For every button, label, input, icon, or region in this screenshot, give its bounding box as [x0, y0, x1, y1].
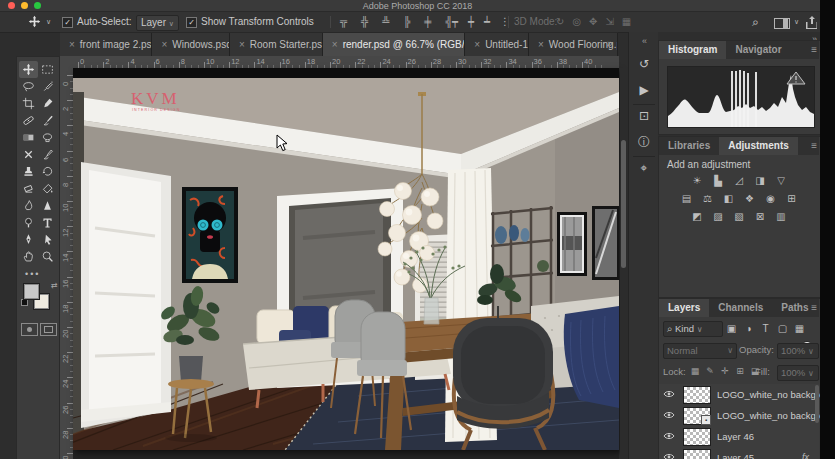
- layer-filter-kind-dropdown[interactable]: ⌕ Kind ∨: [663, 321, 723, 337]
- curves-adjustment-icon[interactable]: ◿: [732, 175, 746, 187]
- zoom-tool[interactable]: [38, 248, 57, 265]
- history-panel-icon[interactable]: ↺: [629, 52, 659, 76]
- close-tab-icon[interactable]: ×: [332, 39, 338, 50]
- shape-layer-filter-icon[interactable]: ▢: [776, 322, 789, 335]
- layer-name[interactable]: Layer 46: [717, 431, 754, 442]
- slice-tool[interactable]: [19, 146, 38, 163]
- layer-thumbnail[interactable]: ▪: [683, 407, 711, 425]
- layer-thumbnail[interactable]: [683, 428, 711, 446]
- default-colors-icon[interactable]: [21, 299, 28, 306]
- hand-tool[interactable]: [19, 248, 38, 265]
- spot-healing-brush-tool[interactable]: [19, 112, 38, 129]
- tab-histogram[interactable]: Histogram: [659, 41, 726, 59]
- screen-mode-button[interactable]: [40, 323, 57, 336]
- document-canvas[interactable]: KVM INTERIOR DESIGN: [73, 68, 619, 450]
- layer-list-scrollbar[interactable]: [815, 385, 819, 423]
- move-tool[interactable]: [19, 61, 38, 78]
- brightness-contrast-adjustment-icon[interactable]: ☀: [690, 175, 704, 187]
- chevron-down-icon[interactable]: ∨: [794, 15, 799, 29]
- invert-adjustment-icon[interactable]: ◩: [690, 211, 704, 223]
- rectangular-marquee-tool[interactable]: [38, 61, 57, 78]
- panel-menu-icon[interactable]: ≡: [811, 302, 817, 313]
- blend-mode-dropdown[interactable]: Normal ∨: [663, 343, 737, 359]
- panel-menu-icon[interactable]: ≡: [811, 140, 817, 151]
- layer-visibility-eye-icon[interactable]: [663, 410, 675, 420]
- color-balance-adjustment-icon[interactable]: ⚖: [701, 193, 715, 205]
- layer-row-1[interactable]: ▪LOGO_white_no backgroun...: [659, 405, 819, 427]
- layer-visibility-eye-icon[interactable]: [663, 452, 675, 459]
- layer-fx-badge[interactable]: fx: [802, 452, 809, 459]
- quick-selection-tool[interactable]: [38, 78, 57, 95]
- sharpen-tool[interactable]: [38, 197, 57, 214]
- selective-color-adjustment-icon[interactable]: ⊠: [753, 211, 767, 223]
- layer-name[interactable]: Layer 45: [717, 452, 754, 459]
- layer-name[interactable]: LOGO_white_no backgroun...: [717, 410, 822, 421]
- document-tab-0[interactable]: ×front image 2.psd: [60, 33, 152, 56]
- document-tab-5[interactable]: ×Wood Flooring.p: [529, 33, 618, 56]
- actions-panel-icon[interactable]: ▶: [629, 78, 659, 102]
- swap-colors-icon[interactable]: ⇄: [51, 281, 58, 290]
- color-lookup-adjustment-icon[interactable]: ⊞: [785, 193, 799, 205]
- lock-artboard-icon[interactable]: ⊞: [734, 365, 746, 377]
- close-tab-icon[interactable]: ×: [161, 39, 167, 50]
- layer-visibility-eye-icon[interactable]: [663, 431, 675, 441]
- clone-source-panel-icon[interactable]: ⌖: [629, 156, 659, 180]
- layer-row-2[interactable]: Layer 46: [659, 426, 819, 448]
- black-white-adjustment-icon[interactable]: ◧: [722, 193, 736, 205]
- tab-libraries[interactable]: Libraries: [659, 137, 719, 155]
- hue-saturation-adjustment-icon[interactable]: ▤: [680, 193, 694, 205]
- layer-thumbnail[interactable]: [683, 449, 711, 459]
- gradient-tool[interactable]: [19, 129, 38, 146]
- tab-navigator[interactable]: Navigator: [726, 41, 790, 59]
- levels-adjustment-icon[interactable]: ▙: [711, 175, 725, 187]
- type-tool[interactable]: [38, 214, 57, 231]
- eyedropper-tool[interactable]: [38, 95, 57, 112]
- type-layer-filter-icon[interactable]: T: [759, 322, 772, 335]
- search-icon[interactable]: ⌕: [752, 15, 759, 29]
- path-selection-tool[interactable]: [38, 231, 57, 248]
- lasso-tool[interactable]: [19, 78, 38, 95]
- document-tab-1[interactable]: ×Windows.psd: [152, 33, 230, 56]
- close-tab-icon[interactable]: ×: [239, 39, 245, 50]
- vibrance-adjustment-icon[interactable]: ▽: [774, 175, 788, 187]
- layer-row-0[interactable]: LOGO_white_no backgroun...: [659, 384, 819, 406]
- quick-mask-button[interactable]: [21, 323, 38, 336]
- lock-pixels-icon[interactable]: ✎: [704, 365, 716, 377]
- crop-tool[interactable]: [19, 95, 38, 112]
- tab-channels[interactable]: Channels: [709, 299, 772, 317]
- photo-filter-adjustment-icon[interactable]: ❖: [743, 193, 757, 205]
- clone-stamp-tool[interactable]: [19, 163, 38, 180]
- more-tools-button[interactable]: •••: [25, 269, 40, 279]
- show-transform-checkbox[interactable]: ✓: [186, 17, 197, 28]
- posterize-adjustment-icon[interactable]: ▨: [711, 211, 725, 223]
- channel-mixer-adjustment-icon[interactable]: ◉: [764, 193, 778, 205]
- collapse-strip-icon[interactable]: «: [629, 36, 659, 46]
- smudge-tool[interactable]: [19, 197, 38, 214]
- move-tool-icon[interactable]: [28, 15, 41, 29]
- brush-tool[interactable]: [38, 112, 57, 129]
- auto-select-checkbox[interactable]: ✓: [62, 17, 73, 28]
- document-tab-4[interactable]: ×Untitled-1: [465, 33, 529, 56]
- panel-menu-icon[interactable]: ≡: [811, 44, 817, 55]
- pixel-layer-filter-icon[interactable]: ▣: [725, 322, 738, 335]
- tab-layers[interactable]: Layers: [659, 299, 709, 317]
- layer-row-3[interactable]: Layer 45fx: [659, 447, 819, 459]
- document-tab-3[interactable]: ×render.psd @ 66.7% (RGB/8) *: [323, 33, 466, 56]
- lock-transparent-icon[interactable]: ▦: [689, 365, 701, 377]
- foreground-color-swatch[interactable]: [23, 283, 40, 300]
- chevron-down-icon[interactable]: ∨: [46, 15, 51, 29]
- fill-field[interactable]: 100% ∨: [777, 365, 819, 381]
- canvas-scrollbar-thumb[interactable]: [621, 140, 626, 268]
- share-icon[interactable]: [806, 16, 817, 29]
- auto-select-dropdown[interactable]: Layer ∨: [136, 15, 179, 31]
- adjustment-layer-filter-icon[interactable]: ◑: [742, 322, 755, 335]
- workspace-icon[interactable]: [774, 18, 790, 29]
- canvas-scrollbar[interactable]: [620, 68, 627, 459]
- exposure-adjustment-icon[interactable]: ◨: [753, 175, 767, 187]
- document-tab-2[interactable]: ×Room Starter.psd: [230, 33, 323, 56]
- dodge-tool[interactable]: [19, 214, 38, 231]
- info-panel-icon[interactable]: ⓘ: [629, 130, 659, 154]
- eraser-tool[interactable]: [19, 180, 38, 197]
- mixer-brush-tool[interactable]: [38, 146, 57, 163]
- opacity-field[interactable]: 100% ∨: [777, 343, 819, 359]
